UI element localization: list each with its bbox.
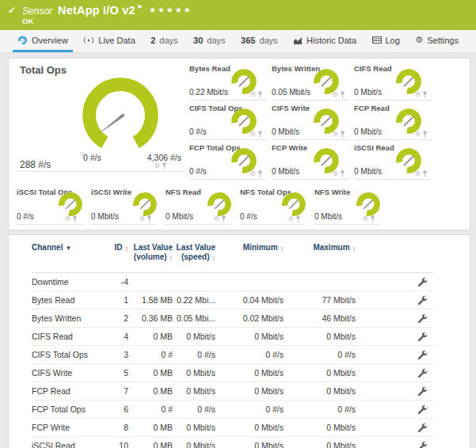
gear-icon[interactable]: ⚙	[139, 216, 145, 222]
pin-icon[interactable]	[257, 91, 263, 98]
minimum-value: 0 #/s	[215, 350, 284, 359]
flag-icon[interactable]: ⚑	[137, 4, 143, 11]
pin-icon[interactable]	[340, 131, 345, 138]
tab-overview[interactable]: Overview	[13, 30, 73, 52]
table-row-fcp-total-ops: FCP Total Ops 6 0 # 0 #/s 0 #/s 0 #/s	[32, 401, 433, 419]
gauge-value: 0 Mbit/s	[272, 167, 299, 176]
last-value-volume: 0 MB	[128, 441, 173, 448]
channel-name: Downtime	[32, 277, 111, 287]
sort-arrows-icon: ▲▼	[352, 246, 356, 252]
status-check-icon: ✓	[8, 5, 16, 16]
maximum-value: 0 Mbit/s	[284, 368, 356, 378]
channel-settings-wrench-icon[interactable]	[410, 277, 434, 287]
channel-settings-wrench-icon[interactable]	[410, 441, 434, 448]
pin-icon[interactable]	[162, 162, 167, 169]
gauge-title: FCP Write	[272, 143, 307, 152]
pin-icon[interactable]	[72, 215, 78, 222]
channel-settings-wrench-icon[interactable]	[410, 404, 434, 415]
pin-icon[interactable]	[295, 215, 301, 222]
channel-settings-wrench-icon[interactable]	[410, 423, 434, 433]
pin-icon[interactable]	[257, 131, 263, 138]
gauge-cell-nfs-read: NFS Read 0 Mbit/s ⚙	[166, 184, 230, 225]
pin-icon[interactable]	[257, 170, 263, 177]
gear-icon[interactable]: ⚙	[154, 163, 160, 169]
col-header-last-speed[interactable]: Last Value (speed)▲▼	[173, 243, 215, 262]
gear-icon[interactable]: ⚙	[363, 216, 368, 222]
sensor-header: ✓ Sensor NetApp I/O v2 ⚑ ★★★★★ OK	[0, 0, 476, 30]
channel-settings-wrench-icon[interactable]	[410, 386, 434, 397]
gauge-value: 0 #/s	[240, 212, 257, 221]
priority-stars[interactable]: ★★★★★	[149, 6, 192, 14]
sort-arrows-icon: ▲▼	[212, 256, 215, 261]
tab-unit: days	[207, 36, 225, 45]
channel-name: FCP Write	[32, 423, 111, 432]
gauge-cell-iscsi-read: iSCSI Read 0 Mbit/s ⚙	[354, 140, 432, 180]
gear-icon[interactable]: ⚙	[333, 131, 338, 138]
gear-icon[interactable]: ⚙	[288, 216, 294, 222]
gauge-title: iSCSI Write	[91, 188, 131, 196]
channel-settings-wrench-icon[interactable]	[410, 295, 434, 306]
gauge-value: 0 Mbit/s	[354, 167, 382, 176]
tab-365-days[interactable]: 365 days	[236, 30, 283, 52]
gauges-panel: Total Ops % 0 #/s 4,306 #/s 288 #/s ⚙ By…	[8, 58, 470, 230]
gear-icon[interactable]: ⚙	[415, 92, 421, 98]
tab-settings[interactable]: ⚙ Settings	[410, 30, 463, 52]
maximum-value: 0 Mbit/s	[284, 386, 356, 396]
pin-icon[interactable]	[340, 91, 345, 98]
table-row-fcp-write: FCP Write 8 0 MB 0 Mbit/s 0 Mbit/s 0 Mbi…	[32, 419, 433, 437]
maximum-value: 77 Mbit/s	[284, 295, 356, 305]
channel-settings-wrench-icon[interactable]	[410, 368, 434, 378]
gauge-cell-total-ops: Total Ops % 0 #/s 4,306 #/s 288 #/s ⚙	[17, 61, 185, 172]
gauge-dial	[281, 192, 307, 217]
gear-icon[interactable]: ⚙	[250, 171, 256, 177]
pin-icon[interactable]	[422, 131, 428, 138]
table-row-bytes-read: Bytes Read 1 1.58 MB 0.22 Mbi... 0.04 Mb…	[32, 291, 433, 309]
channel-settings-wrench-icon[interactable]	[410, 313, 434, 324]
tab-log[interactable]: Log	[367, 30, 405, 52]
pin-icon[interactable]	[340, 170, 345, 177]
channel-name: CIFS Read	[32, 332, 111, 341]
channel-id: 1	[111, 295, 128, 305]
last-value-speed: 0 Mbit/s	[173, 386, 215, 396]
gear-icon[interactable]: ⚙	[333, 171, 338, 177]
col-header-channel[interactable]: Channel▼	[32, 243, 111, 253]
channel-id: 8	[111, 423, 128, 432]
last-value-speed: 0 Mbit/s	[173, 441, 215, 448]
gear-icon[interactable]: ⚙	[250, 92, 256, 98]
gear-icon[interactable]: ⚙	[415, 171, 421, 177]
col-header-id[interactable]: ID▲▼	[111, 243, 128, 252]
tab-2-days[interactable]: 2 days	[146, 30, 182, 52]
tab-historic-data[interactable]: Historic Data	[288, 30, 361, 52]
col-header-maximum[interactable]: Maximum▲▼	[284, 243, 356, 252]
col-header-minimum[interactable]: Minimum▲▼	[215, 243, 284, 252]
pin-icon[interactable]	[221, 215, 227, 222]
gear-icon[interactable]: ⚙	[333, 92, 338, 98]
gear-icon[interactable]: ⚙	[65, 216, 70, 222]
last-value-volume: 0 #	[128, 404, 173, 414]
pin-icon[interactable]	[147, 215, 152, 222]
sort-caret-icon: ▼	[65, 245, 71, 252]
gauge-dial	[207, 192, 232, 217]
gear-icon[interactable]: ⚙	[214, 216, 219, 222]
last-value-speed: 0 #/s	[173, 404, 215, 414]
object-kind-label: Sensor	[22, 6, 52, 17]
gear-icon[interactable]: ⚙	[250, 131, 256, 138]
tab-live-data[interactable]: Live Data	[78, 30, 139, 52]
minimum-value: 0 Mbit/s	[215, 423, 284, 432]
pin-icon[interactable]	[370, 215, 375, 222]
last-value-volume: 0 MB	[128, 386, 173, 396]
tab-30-days[interactable]: 30 days	[188, 30, 230, 52]
gauge-cell-iscsi-total-ops: iSCSI Total Ops 0 #/s ⚙	[17, 184, 82, 225]
maximum-value: 0 Mbit/s	[284, 332, 356, 341]
pin-icon[interactable]	[422, 170, 428, 177]
last-value-speed: 0.22 Mbi...	[173, 295, 215, 305]
maximum-value: 0 #/s	[284, 404, 356, 414]
channel-settings-wrench-icon[interactable]	[410, 350, 434, 360]
channel-name: Bytes Written	[32, 313, 111, 323]
col-header-last-volume[interactable]: Last Value (volume)▲▼	[128, 243, 173, 262]
minimum-value: 0 Mbit/s	[215, 368, 284, 378]
channel-settings-wrench-icon[interactable]	[410, 332, 434, 342]
gauge-cell-bytes-written: Bytes Written 0.05 Mbit/s ⚙	[272, 61, 349, 101]
gear-icon[interactable]: ⚙	[415, 131, 421, 138]
pin-icon[interactable]	[422, 91, 428, 98]
